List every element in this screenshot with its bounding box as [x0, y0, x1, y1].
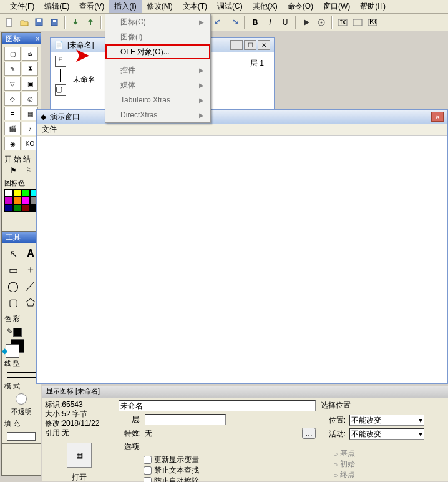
interaction-icon[interactable]: ◎: [22, 92, 38, 106]
close-button[interactable]: ✕: [431, 112, 444, 122]
presentation-titlebar[interactable]: ◆ 演示窗口 ✕: [37, 110, 447, 124]
redo-button[interactable]: [227, 16, 241, 29]
opt-disable-text-search[interactable]: [144, 466, 152, 475]
menu-insert[interactable]: 插入(I): [109, 0, 141, 13]
movie-icon[interactable]: 🎬: [4, 122, 21, 135]
line-section-label: 线 型: [2, 358, 41, 370]
decision-icon[interactable]: ◇: [4, 92, 21, 106]
open-preview-button[interactable]: ▦: [67, 443, 92, 468]
presentation-title: 演示窗口: [50, 112, 80, 122]
presentation-window: ◆ 演示窗口 ✕ 文件: [36, 109, 448, 384]
menu-ole-object-item[interactable]: OLE 对象(O)...: [105, 44, 210, 59]
activity-select[interactable]: 不能改变▾: [349, 428, 424, 440]
svg-point-6: [321, 21, 323, 23]
italic-button[interactable]: I: [263, 16, 277, 29]
rect-tool[interactable]: ▭: [6, 263, 21, 277]
maximize-button[interactable]: ☐: [244, 40, 256, 50]
svg-rect-0: [6, 19, 12, 26]
svg-text:fx: fx: [340, 19, 346, 26]
pen-color-icon[interactable]: ✎: [7, 327, 22, 337]
erase-icon[interactable]: ✎: [4, 62, 21, 76]
new-button[interactable]: [2, 16, 16, 29]
display-icon[interactable]: ▢: [4, 47, 21, 61]
wait-icon[interactable]: ⧗: [22, 62, 38, 76]
nav-icon[interactable]: ▽: [4, 77, 21, 91]
toolbar-divider: [295, 16, 296, 29]
open-button[interactable]: [17, 16, 31, 29]
ellipse-tool[interactable]: ◯: [6, 279, 21, 293]
menu-help[interactable]: 帮助(H): [355, 0, 391, 13]
bold-button[interactable]: B: [248, 16, 262, 29]
icon-name-input[interactable]: [119, 400, 316, 411]
doc-icon: 📄: [54, 41, 64, 49]
opt-prevent-auto-erase[interactable]: [144, 477, 152, 482]
fill-section-label: 填 充: [2, 418, 41, 430]
menu-control-submenu[interactable]: 控件▶: [105, 62, 210, 77]
run-button[interactable]: [299, 16, 313, 29]
tools-palette-title: 工具×: [2, 232, 41, 243]
menu-directxtras-submenu[interactable]: DirectXtras▶: [105, 107, 210, 122]
menu-media-submenu[interactable]: 媒体▶: [105, 77, 210, 92]
insert-menu-dropdown: 图标(C)▶ 图像(I) OLE 对象(O)... 控件▶ 媒体▶ Tabule…: [105, 14, 211, 123]
export-button[interactable]: [84, 16, 97, 29]
menu-modify[interactable]: 修改(M): [142, 0, 178, 13]
menu-separator: [108, 61, 208, 61]
close-icon[interactable]: ×: [36, 36, 39, 42]
effect-label: 特效:: [119, 428, 141, 439]
effect-browse-button[interactable]: …: [302, 428, 316, 439]
layer-label: 层 1: [244, 56, 270, 96]
calc-icon[interactable]: =: [4, 107, 21, 120]
main-toolbar: B I U fx KO: [0, 14, 448, 31]
toolbar-divider: [64, 16, 66, 29]
line-style-picker[interactable]: [7, 372, 36, 373]
minimize-button[interactable]: —: [230, 40, 243, 50]
menu-image-item[interactable]: 图像(I): [105, 29, 210, 44]
presentation-file-menu[interactable]: 文件: [42, 124, 57, 135]
control-panel-button[interactable]: [314, 16, 328, 29]
flow-start-icon[interactable]: ⚐: [55, 56, 66, 67]
effect-value: 无: [145, 428, 152, 439]
toolbar-divider: [100, 16, 102, 29]
close-button[interactable]: ✕: [258, 40, 270, 50]
motion-icon[interactable]: ➭: [22, 47, 38, 61]
flow-display-icon[interactable]: ▢: [55, 84, 66, 96]
start-flag-icon[interactable]: ⚑: [10, 166, 17, 175]
menu-icon-submenu[interactable]: 图标(C)▶: [105, 14, 210, 29]
menu-file[interactable]: 文件(F): [5, 0, 39, 13]
roundrect-tool[interactable]: ▢: [6, 295, 21, 309]
dvd-icon[interactable]: ◉: [4, 137, 21, 150]
properties-info: 标识:65543 大小:52 字节 修改:2018/11/22 引用:无 ▦ 打…: [45, 400, 114, 482]
position-select[interactable]: 不能改变▾: [349, 415, 424, 426]
opt-update-vars[interactable]: [144, 456, 152, 464]
fill-pattern-picker[interactable]: [7, 432, 36, 441]
save-button[interactable]: [47, 16, 61, 29]
icon-color-label: 图标色: [2, 177, 41, 189]
pointer-tool[interactable]: ↖: [6, 247, 21, 260]
fill-bg-swatch[interactable]: [6, 344, 19, 358]
presentation-canvas[interactable]: [37, 136, 447, 383]
menu-other[interactable]: 其他(X): [248, 0, 283, 13]
mode-icon[interactable]: [16, 393, 27, 405]
svg-text:KO: KO: [369, 19, 377, 26]
ko-button[interactable]: KO: [366, 16, 379, 29]
stop-flag-icon[interactable]: ⚐: [26, 166, 32, 175]
menu-edit[interactable]: 编辑(E): [39, 0, 74, 13]
underline-button[interactable]: U: [278, 16, 292, 29]
import-button[interactable]: [69, 16, 82, 29]
menu-debug[interactable]: 调试(C): [212, 0, 248, 13]
color-swatches[interactable]: [2, 189, 41, 212]
framework-icon[interactable]: ▣: [22, 77, 38, 91]
menu-view[interactable]: 查看(V): [74, 0, 109, 13]
undo-button[interactable]: [212, 16, 226, 29]
svg-rect-9: [353, 19, 362, 26]
functions-button[interactable]: fx: [336, 16, 349, 29]
layer-input[interactable]: [145, 414, 226, 425]
line-weight-picker[interactable]: [7, 377, 36, 378]
app-icon: ◆: [41, 112, 46, 121]
save-all-button[interactable]: [32, 16, 46, 29]
menu-window[interactable]: 窗口(W): [318, 0, 355, 13]
menu-text[interactable]: 文本(T): [178, 0, 212, 13]
menu-tabuleiro-submenu[interactable]: Tabuleiro Xtras▶: [105, 92, 210, 107]
menu-command[interactable]: 命令(O): [283, 0, 318, 13]
variables-button[interactable]: [351, 16, 364, 29]
